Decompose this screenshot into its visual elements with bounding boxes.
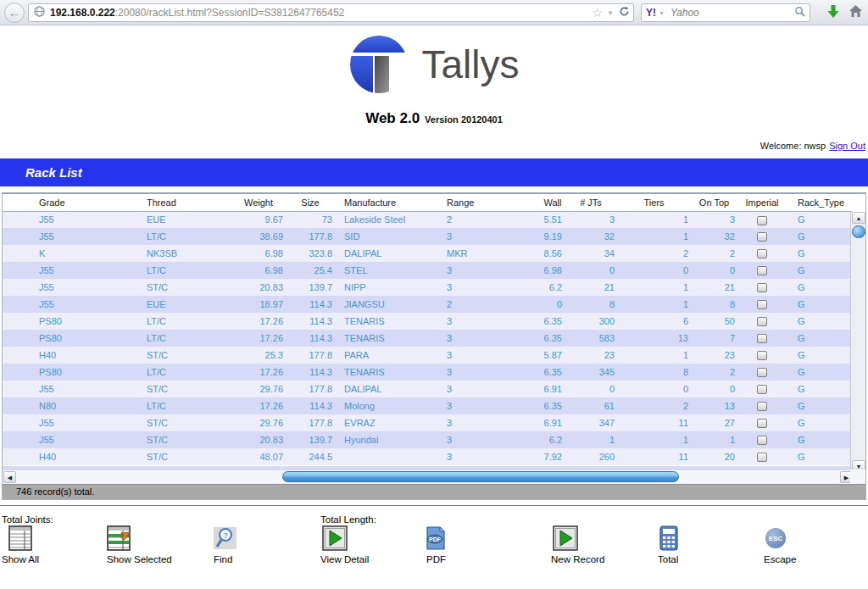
table-row[interactable]: J55LT/C38.69177.8SID39.1932132G [3,228,852,245]
imperial-checkbox[interactable] [757,385,767,394]
table-row[interactable]: J55ST/C29.76177.8EVRAZ36.913471127G [3,414,852,431]
table-row[interactable]: PS80LT/C17.26114.3TENARIS36.35583137G [3,330,852,347]
sign-out-link[interactable]: Sign Out [829,141,865,151]
cell-rack_type: G [787,448,852,465]
horizontal-scrollbar[interactable]: ◀ ▶ [3,470,854,484]
scroll-left-icon[interactable]: ◀ [3,471,16,483]
table-row[interactable]: J55EUE18.97114.3JIANGSU20818G [3,296,852,313]
imperial-checkbox[interactable] [757,368,767,377]
imperial-checkbox[interactable] [757,402,767,411]
new-record-icon [551,525,644,553]
cell-wall: 9.19 [541,228,565,245]
show-all-button[interactable]: Show All [2,525,95,564]
cell-range: 3 [440,431,541,448]
cell-weight: 17.26 [231,364,286,381]
find-icon: ? [214,525,307,553]
total-button[interactable]: Total [658,525,751,564]
cell-grade: H40 [28,448,136,465]
cell-on_top: 7 [691,330,737,347]
cell-on_top: 20 [691,448,737,465]
table-row[interactable]: J55ST/C20.83139.7NIPP36.221121G [3,279,852,296]
imperial-checkbox[interactable] [757,436,767,445]
download-icon[interactable] [824,4,843,21]
imperial-checkbox[interactable] [757,266,767,275]
column-header[interactable]: Tiers [617,194,691,211]
vertical-scroll-thumb[interactable] [852,225,865,238]
show-selected-grid-icon [107,525,200,553]
column-header[interactable]: # JTs [565,194,617,211]
home-icon[interactable] [846,4,865,21]
table-row[interactable]: PS80LT/C17.26114.3TENARIS36.3534582G [3,364,852,381]
imperial-checkbox[interactable] [757,249,767,258]
escape-button[interactable]: ESC Escape [764,525,857,564]
search-engine-dropdown-icon[interactable]: ▼ [659,10,665,16]
cell-weight: 17.26 [231,330,286,347]
cell-jts: 300 [565,313,617,330]
table-row[interactable]: H40ST/C25.3177.8PARA35.8723123G [3,347,852,364]
search-input: Yahoo [670,7,794,19]
view-detail-button[interactable]: View Detail [320,525,414,564]
table-row[interactable]: KNK3SB6.98323.8DALIPALMKR8.563422G [3,245,852,262]
search-icon[interactable] [794,5,805,20]
column-header[interactable]: On Top [691,194,737,211]
column-header[interactable]: Thread [136,194,231,211]
column-header[interactable]: Weight [231,194,286,211]
cell-size: 114.3 [286,397,335,414]
cell-manufacture: STEL [335,262,440,279]
imperial-checkbox[interactable] [757,283,767,292]
imperial-checkbox[interactable] [757,453,767,462]
imperial-checkbox[interactable] [757,351,767,360]
column-header[interactable]: Wall [541,194,565,211]
column-header[interactable]: Range [440,194,541,211]
bookmark-star-icon[interactable]: ☆ [593,6,604,19]
svg-text:ESC: ESC [769,535,783,542]
url-dropdown-icon[interactable]: ▼ [607,9,614,17]
table-row[interactable]: N80LT/C17.26114.3Molong36.3561213G [3,397,852,414]
cell-imperial [737,313,787,330]
horizontal-scroll-thumb[interactable] [282,471,679,482]
imperial-checkbox[interactable] [757,419,767,428]
column-header[interactable]: Size [286,194,335,211]
escape-label: Escape [764,554,857,564]
imperial-checkbox[interactable] [757,216,767,225]
new-record-button[interactable]: New Record [551,525,644,564]
cell-size: 139.7 [286,279,335,296]
table-row[interactable]: H40ST/C48.07244.537.922601120G [3,448,852,465]
back-button[interactable]: ← [4,3,25,23]
show-all-label: Show All [2,554,95,564]
yahoo-icon: Y! [646,7,656,19]
show-selected-button[interactable]: Show Selected [107,525,200,564]
search-bar[interactable]: Y! ▼ Yahoo [641,3,810,22]
imperial-checkbox[interactable] [757,317,767,326]
table-row[interactable]: J55ST/C29.76177.8DALIPAL36.91000G [3,381,852,397]
cell-weight: 17.26 [231,313,286,330]
cell-grade: J55 [28,262,136,279]
column-header[interactable]: Manufacture [335,194,440,211]
cell-rack_type: G [787,211,852,228]
table-row[interactable]: PS80LT/C17.26114.3TENARIS36.35300650G [3,313,852,330]
cell-thread: ST/C [136,448,231,465]
imperial-checkbox[interactable] [757,300,767,309]
cell-size: 139.7 [286,431,335,448]
column-header[interactable]: Imperial [737,194,787,211]
cell-wall: 6.91 [541,381,565,397]
scroll-up-icon[interactable]: ▲ [852,212,865,224]
imperial-checkbox[interactable] [757,232,767,242]
table-row[interactable]: J55EUE9.6773Lakeside Steel25.51313G [3,211,852,228]
find-button[interactable]: ? Find [214,525,307,564]
column-header[interactable]: Grade [28,194,136,211]
pdf-button[interactable]: PDF PDF [425,525,518,564]
cell-imperial [737,347,787,364]
reload-icon[interactable] [619,5,630,20]
cell-manufacture: Lakeside Steel [335,211,440,228]
table-row[interactable]: J55ST/C20.83139.7Hyundai36.2111G [3,431,852,448]
cell-weight: 6.98 [231,245,286,262]
column-header[interactable]: Rack_Type [787,194,852,211]
cell-range: 2 [440,211,541,228]
imperial-checkbox[interactable] [757,334,767,343]
cell-rack_type: G [787,381,852,397]
table-row[interactable]: J55LT/C6.9825.4STEL36.98000G [3,262,852,279]
vertical-scrollbar[interactable]: ▲ ▼ [850,212,865,472]
cell-on_top: 0 [691,381,737,397]
address-bar[interactable]: 192.168.0.222:20080/rackList.html?Sessio… [28,3,634,22]
